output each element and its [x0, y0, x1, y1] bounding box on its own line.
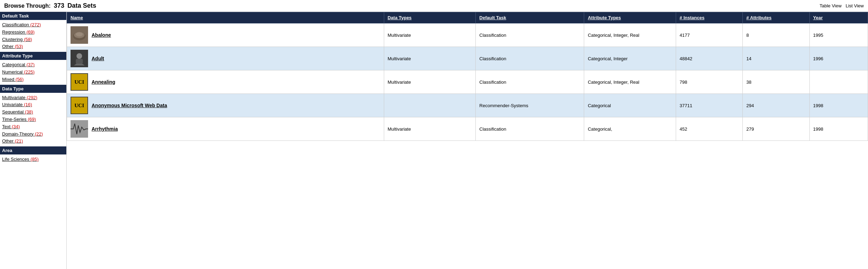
dataset-name-cell: Arrhythmia: [67, 117, 384, 141]
col-header-instances-link[interactable]: # Instances: [680, 15, 705, 20]
sidebar: Default Task Classification (272) Regres…: [0, 12, 67, 269]
sidebar-item-life-sciences[interactable]: Life Sciences (85): [2, 156, 64, 163]
sidebar-attribute-type-items: Categorical (37) Numerical (225) Mixed (…: [0, 60, 66, 84]
sidebar-item-text[interactable]: Text (34): [2, 123, 64, 131]
col-header-year: Year: [809, 12, 868, 23]
dataset-thumb-abalone: [71, 26, 88, 44]
dataset-instances-abalone: 4177: [676, 23, 743, 47]
dataset-instances-arrhythmia: 452: [676, 117, 743, 141]
dataset-attributes-abalone: 8: [743, 23, 809, 47]
datasets-table: Name Data Types Default Task Attribute T…: [67, 12, 868, 141]
dataset-attr-types-adult: Categorical, Integer: [584, 47, 676, 70]
dataset-attributes-annealing: 38: [743, 70, 809, 94]
dataset-data-types-abalone: Multivariate: [384, 23, 476, 47]
col-header-attribute-types-link[interactable]: Attribute Types: [588, 15, 621, 20]
dataset-name-cell: UCI Annealing: [67, 70, 384, 94]
dataset-thumb-annealing: UCI: [71, 73, 88, 91]
sidebar-area-items: Life Sciences (85): [0, 154, 66, 165]
sidebar-item-classification[interactable]: Classification (272): [2, 21, 64, 29]
dataset-link-anonymous-ms[interactable]: Anonymous Microsoft Web Data: [92, 103, 167, 108]
dataset-year-abalone: 1995: [809, 23, 868, 47]
dataset-data-types-arrhythmia: Multivariate: [384, 117, 476, 141]
sidebar-default-task-items: Classification (272) Regression (69) Clu…: [0, 20, 66, 52]
dataset-year-arrhythmia: 1998: [809, 117, 868, 141]
sidebar-item-time-series[interactable]: Time-Series (69): [2, 116, 64, 123]
dataset-attr-types-arrhythmia: Categorical,: [584, 117, 676, 141]
view-links: Table View List View: [817, 3, 864, 8]
header-bar: Browse Through: 373 Data Sets Table View…: [0, 0, 868, 12]
col-header-data-types: Data Types: [384, 12, 476, 23]
main-content: Default Task Classification (272) Regres…: [0, 12, 868, 269]
sidebar-item-other-task[interactable]: Other (53): [2, 43, 64, 50]
col-header-attribute-types: Attribute Types: [584, 12, 676, 23]
dataset-year-annealing: [809, 70, 868, 94]
sidebar-item-regression[interactable]: Regression (69): [2, 29, 64, 36]
dataset-attributes-arrhythmia: 279: [743, 117, 809, 141]
col-header-instances: # Instances: [676, 12, 743, 23]
sidebar-item-numerical[interactable]: Numerical (225): [2, 69, 64, 76]
dataset-attr-types-anonymous-ms: Categorical: [584, 94, 676, 117]
sidebar-item-clustering[interactable]: Clustering (58): [2, 36, 64, 43]
header-title: Browse Through: 373 Data Sets: [4, 2, 96, 9]
table-row: Arrhythmia Multivariate Classification C…: [67, 117, 868, 141]
dataset-task-adult: Classification: [476, 47, 584, 70]
dataset-link-adult[interactable]: Adult: [92, 56, 104, 61]
sidebar-item-other-datatype[interactable]: Other (21): [2, 138, 64, 145]
dataset-data-types-anonymous-ms: [384, 94, 476, 117]
browse-label: Browse Through:: [4, 3, 51, 9]
dataset-task-anonymous-ms: Recommender-Systems: [476, 94, 584, 117]
dataset-count: 373: [54, 2, 64, 9]
dataset-attributes-anonymous-ms: 294: [743, 94, 809, 117]
dataset-attr-types-annealing: Categorical, Integer, Real: [584, 70, 676, 94]
table-view-link[interactable]: Table View: [820, 3, 842, 8]
sidebar-section-data-type: Data Type: [0, 85, 66, 93]
dataset-thumb-arrhythmia: [71, 120, 88, 138]
sidebar-section-default-task: Default Task: [0, 12, 66, 20]
dataset-instances-adult: 48842: [676, 47, 743, 70]
dataset-link-arrhythmia[interactable]: Arrhythmia: [92, 126, 118, 132]
dataset-task-arrhythmia: Classification: [476, 117, 584, 141]
dataset-task-annealing: Classification: [476, 70, 584, 94]
dataset-link-annealing[interactable]: Annealing: [92, 79, 115, 85]
svg-point-3: [76, 32, 83, 36]
col-header-attributes-link[interactable]: # Attributes: [746, 15, 772, 20]
svg-point-5: [76, 53, 82, 59]
table-header-row: Name Data Types Default Task Attribute T…: [67, 12, 868, 23]
table-row: UCI Anonymous Microsoft Web Data Recomme…: [67, 94, 868, 117]
sidebar-item-categorical[interactable]: Categorical (37): [2, 61, 64, 69]
dataset-instances-anonymous-ms: 37711: [676, 94, 743, 117]
dataset-name-cell: Adult: [67, 47, 384, 70]
table-area: Name Data Types Default Task Attribute T…: [67, 12, 868, 269]
dataset-data-types-adult: Multivariate: [384, 47, 476, 70]
dataset-task-abalone: Classification: [476, 23, 584, 47]
dataset-year-adult: 1996: [809, 47, 868, 70]
col-header-data-types-link[interactable]: Data Types: [388, 15, 412, 20]
col-header-name: Name: [67, 12, 384, 23]
list-view-link[interactable]: List View: [846, 3, 864, 8]
col-header-default-task-link[interactable]: Default Task: [479, 15, 506, 20]
dataset-thumb-anonymous-ms: UCI: [71, 97, 88, 114]
dataset-instances-annealing: 798: [676, 70, 743, 94]
table-row: Adult Multivariate Classification Catego…: [67, 47, 868, 70]
sidebar-item-mixed[interactable]: Mixed (56): [2, 76, 64, 83]
svg-rect-6: [76, 59, 83, 64]
dataset-attributes-adult: 14: [743, 47, 809, 70]
table-row: UCI Annealing Multivariate Classificatio…: [67, 70, 868, 94]
sidebar-item-univariate[interactable]: Univariate (16): [2, 101, 64, 109]
dataset-name-cell: Abalone: [67, 23, 384, 47]
dataset-attr-types-abalone: Categorical, Integer, Real: [584, 23, 676, 47]
col-header-year-link[interactable]: Year: [813, 15, 823, 20]
dataset-link-abalone[interactable]: Abalone: [92, 32, 111, 38]
dataset-data-types-annealing: Multivariate: [384, 70, 476, 94]
col-header-default-task: Default Task: [476, 12, 584, 23]
dataset-name-cell: UCI Anonymous Microsoft Web Data: [67, 94, 384, 117]
col-header-name-link[interactable]: Name: [71, 15, 83, 20]
sidebar-item-multivariate[interactable]: Multivariate (292): [2, 94, 64, 102]
dataset-year-anonymous-ms: 1998: [809, 94, 868, 117]
sidebar-data-type-items: Multivariate (292) Univariate (16) Seque…: [0, 93, 66, 147]
dataset-count-label: Data Sets: [67, 2, 96, 9]
sidebar-section-area: Area: [0, 146, 66, 154]
sidebar-item-sequential[interactable]: Sequential (38): [2, 109, 64, 116]
sidebar-item-domain-theory[interactable]: Domain-Theory (22): [2, 131, 64, 138]
dataset-thumb-adult: [71, 50, 88, 67]
